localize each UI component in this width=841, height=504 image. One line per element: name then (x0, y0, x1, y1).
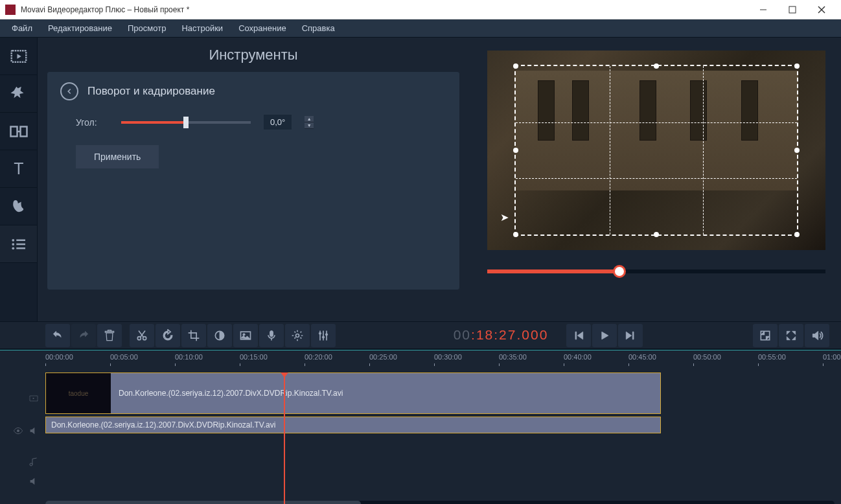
speaker-icon[interactable] (29, 426, 39, 436)
svg-marker-27 (33, 398, 35, 400)
volume-button[interactable] (805, 324, 829, 347)
svg-point-28 (17, 430, 19, 432)
ruler-tick: 00:50:00 (693, 353, 721, 361)
svg-rect-7 (20, 126, 27, 136)
svg-point-11 (12, 243, 14, 246)
tools-title: Инструменты (47, 47, 460, 63)
rail-titles-icon[interactable]: T (0, 150, 37, 188)
undo-button[interactable] (45, 324, 70, 347)
svg-point-23 (322, 336, 324, 338)
menu-file[interactable]: Файл (5, 21, 39, 36)
svg-text:T: T (14, 159, 23, 178)
svg-point-19 (243, 333, 245, 335)
cut-button[interactable] (130, 324, 154, 347)
timeline: 00:00:00 00:05:00 00:10:00 00:15:00 00:2… (0, 350, 841, 504)
clip-label: Don.Korleone.(02.seriya.iz.12).2007.DivX… (51, 420, 275, 430)
apply-button[interactable]: Применить (76, 145, 159, 168)
detach-button[interactable] (753, 324, 778, 347)
crop-button[interactable] (181, 324, 206, 347)
menu-help[interactable]: Справка (295, 21, 341, 36)
ruler-tick: 00:10:00 (175, 353, 203, 361)
clip-label: Don.Korleone.(02.seriya.iz.12).2007.DivX… (119, 389, 343, 398)
maximize-button[interactable] (778, 1, 807, 19)
titlebar: Movavi Видеоредактор Плюс – Новый проект… (0, 0, 841, 19)
svg-rect-1 (789, 6, 796, 13)
music-track-icon[interactable] (0, 457, 45, 467)
crop-overlay[interactable] (514, 65, 798, 236)
fullscreen-button[interactable] (779, 324, 803, 347)
music-track[interactable] (45, 445, 841, 462)
prev-button[interactable] (566, 324, 591, 347)
next-button[interactable] (618, 324, 643, 347)
svg-point-21 (296, 334, 299, 337)
ruler-tick: 00:15:00 (240, 353, 268, 361)
cursor-icon: ➤ (500, 211, 509, 223)
preview-canvas[interactable]: ➤ (487, 51, 825, 250)
menu-edit[interactable]: Редактирование (41, 21, 119, 36)
crop-handle-bc[interactable] (654, 232, 659, 237)
crop-handle-ml[interactable] (513, 148, 518, 153)
close-button[interactable] (807, 1, 836, 19)
redo-button[interactable] (71, 324, 96, 347)
playback-slider[interactable] (487, 269, 825, 273)
angle-slider[interactable] (121, 121, 251, 124)
toolbar: 00:18:27.000 (0, 321, 841, 350)
picture-button[interactable] (233, 324, 258, 347)
delete-button[interactable] (97, 324, 122, 347)
crop-handle-tl[interactable] (513, 63, 518, 69)
menu-view[interactable]: Просмотр (121, 21, 172, 36)
left-rail: T (0, 38, 38, 321)
angle-label: Угол: (76, 117, 108, 128)
playhead[interactable] (284, 372, 285, 504)
rail-more-icon[interactable] (0, 225, 37, 263)
window-title: Movavi Видеоредактор Плюс – Новый проект… (21, 5, 748, 14)
rail-media-icon[interactable] (0, 38, 37, 75)
scrollbar-thumb[interactable] (45, 501, 361, 504)
ruler-tick: 00:30:00 (434, 353, 462, 361)
svg-point-22 (319, 332, 321, 334)
color-button[interactable] (207, 324, 232, 347)
playback-slider-thumb[interactable] (613, 265, 626, 278)
speaker2-icon[interactable] (0, 476, 45, 487)
gear-button[interactable] (285, 324, 310, 347)
crop-handle-bl[interactable] (513, 232, 518, 237)
rail-transitions-icon[interactable] (0, 113, 37, 150)
timecode: 00:18:27.000 (454, 327, 549, 343)
audio-track[interactable]: Don.Korleone.(02.seriya.iz.12).2007.DivX… (45, 417, 841, 433)
svg-point-24 (325, 333, 327, 335)
timeline-scrollbar[interactable] (45, 501, 835, 504)
angle-step-up[interactable]: ▲ (305, 116, 314, 122)
mic-button[interactable] (259, 324, 284, 347)
crop-handle-br[interactable] (794, 232, 800, 237)
angle-step-down[interactable]: ▼ (305, 122, 314, 129)
ruler-tick: 00:05:00 (110, 353, 138, 361)
ruler-tick: 00:35:00 (499, 353, 527, 361)
ruler-tick: 00:20:00 (305, 353, 332, 361)
video-track-icon[interactable] (0, 393, 45, 404)
back-button[interactable] (60, 82, 78, 100)
crop-handle-tr[interactable] (794, 63, 800, 69)
audio-track-header[interactable] (0, 426, 45, 436)
video-clip[interactable]: taodue Don.Korleone.(02.seriya.iz.12).20… (45, 372, 661, 414)
menu-save[interactable]: Сохранение (232, 21, 293, 36)
minimize-button[interactable] (748, 1, 778, 19)
svg-rect-12 (16, 243, 25, 245)
menubar: Файл Редактирование Просмотр Настройки С… (0, 19, 841, 38)
tools-section-title: Поворот и кадрирование (87, 85, 215, 98)
rotate-button[interactable] (156, 324, 180, 347)
ruler-tick: 00:40:00 (564, 353, 592, 361)
audio-clip[interactable]: Don.Korleone.(02.seriya.iz.12).2007.DivX… (45, 417, 661, 433)
play-button[interactable] (592, 324, 617, 347)
crop-handle-tc[interactable] (654, 63, 659, 69)
svg-rect-14 (16, 247, 25, 249)
time-ruler[interactable]: 00:00:00 00:05:00 00:10:00 00:15:00 00:2… (0, 350, 841, 366)
eye-icon[interactable] (13, 426, 23, 436)
rail-filters-icon[interactable] (0, 75, 37, 113)
angle-value[interactable]: 0,0° (264, 115, 292, 130)
video-track[interactable]: taodue Don.Korleone.(02.seriya.iz.12).20… (45, 372, 841, 414)
equalizer-button[interactable] (311, 324, 336, 347)
menu-settings[interactable]: Настройки (175, 21, 229, 36)
angle-slider-thumb[interactable] (183, 117, 189, 128)
rail-stickers-icon[interactable] (0, 188, 37, 225)
crop-handle-mr[interactable] (794, 148, 800, 153)
